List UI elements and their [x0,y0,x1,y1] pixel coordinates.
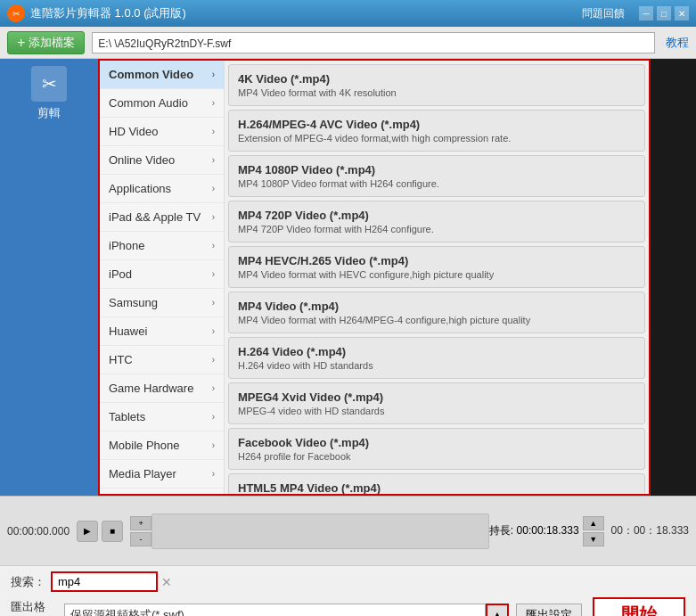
category-item-game-hardware[interactable]: Game Hardware› [100,374,224,403]
output-dropdown-button[interactable]: ▲ [486,604,509,617]
time-right-display: 00：00：18.333 [611,523,689,538]
output-format-label: 匯出格式： [11,599,64,617]
app-title: 進階影片剪輯器 1.0.0 (試用版) [30,5,582,21]
file-path-display: E:\ \A52IuQRyR2tnDY-F.swf [92,32,655,53]
format-item-5[interactable]: MP4 Video (*.mp4) MP4 Video format with … [228,292,645,333]
format-item-8[interactable]: Facebook Video (*.mp4) H264 profile for … [228,428,645,470]
left-panel: ✂ 剪輯 [0,59,98,496]
category-item-htc[interactable]: HTC› [100,346,224,374]
close-button[interactable]: ✕ [675,6,689,21]
category-item-media-player[interactable]: Media Player› [100,460,224,489]
time-steppers: ▲ ▼ [583,516,604,546]
right-preview [651,59,696,496]
title-bar: ✂ 進階影片剪輯器 1.0.0 (試用版) 問題回饋 ─ □ ✕ [0,0,696,27]
play-button[interactable]: ▶ [77,521,98,542]
feedback-link[interactable]: 問題回饋 [582,6,625,21]
add-remove-buttons: + - [130,516,151,546]
main-area: ✂ 剪輯 Common Video›Common Audio›HD Video›… [0,59,696,496]
add-file-button[interactable]: + 添加檔案 [7,31,85,54]
format-item-2[interactable]: MP4 1080P Video (*.mp4) MP4 1080P Video … [228,155,645,197]
scissors-icon: ✂ [31,66,67,102]
category-item-samsung[interactable]: Samsung› [100,289,224,317]
format-dropdown-panel: Common Video›Common Audio›HD Video›Onlin… [98,59,651,496]
search-input[interactable] [51,571,158,592]
format-item-9[interactable]: HTML5 MP4 Video (*.mp4) H.264 video prof… [228,473,645,494]
add-clip-button[interactable]: + [130,516,151,530]
category-item-user-defined[interactable]: User Defined› [100,489,224,494]
category-item-iphone[interactable]: iPhone› [100,232,224,260]
transport-buttons: ▶ ■ [77,521,123,542]
search-clear-icon[interactable]: ✕ [161,575,172,589]
toolbar: + 添加檔案 E:\ \A52IuQRyR2tnDY-F.swf 教程 [0,27,696,59]
category-item-tablets[interactable]: Tablets› [100,403,224,431]
format-item-1[interactable]: H.264/MPEG-4 AVC Video (*.mp4) Extension… [228,110,645,152]
category-item-online-video[interactable]: Online Video› [100,146,224,175]
category-item-ipad-apple-tv[interactable]: iPad && Apple TV› [100,203,224,232]
format-item-6[interactable]: H.264 Video (*.mp4) H.264 video with HD … [228,337,645,379]
duration-display: 持長: 00:00:18.333 ▲ ▼ [489,516,604,546]
stop-button[interactable]: ■ [102,521,123,542]
tutorial-link[interactable]: 教程 [666,35,689,51]
edit-label: 剪輯 [37,105,61,121]
format-item-0[interactable]: 4K Video (*.mp4) MP4 Video format with 4… [228,64,645,106]
output-settings-button[interactable]: 匯出設定 [516,604,582,617]
time-down-button[interactable]: ▼ [583,532,604,546]
time-up-button[interactable]: ▲ [583,516,604,530]
search-row: 搜索： ✕ [11,571,685,592]
remove-clip-button[interactable]: - [130,532,151,546]
bottom-controls: 搜索： ✕ 匯出格式： 保留源視頻格式(*.swf) ▲ 匯出設定 開始 匯出位… [0,565,696,616]
start-button[interactable]: 開始 [593,597,685,616]
search-label: 搜索： [11,574,45,590]
category-item-applications[interactable]: Applications› [100,175,224,203]
category-item-common-audio[interactable]: Common Audio› [100,89,224,118]
format-item-4[interactable]: MP4 HEVC/H.265 Video (*.mp4) MP4 Video f… [228,246,645,288]
duration-label: 持長: 00:00:18.333 [489,523,579,538]
category-item-hd-video[interactable]: HD Video› [100,118,224,146]
edit-button[interactable]: ✂ 剪輯 [31,66,67,121]
format-item-3[interactable]: MP4 720P Video (*.mp4) MP4 720P Video fo… [228,201,645,242]
format-list: 4K Video (*.mp4) MP4 Video format with 4… [225,61,649,494]
category-item-huawei[interactable]: Huawei› [100,317,224,346]
app-logo: ✂ [7,4,25,22]
category-item-mobile-phone[interactable]: Mobile Phone› [100,431,224,460]
timeline-area: 00:00:00.000 ▶ ■ + - 持長: 00:00:18.333 ▲ … [0,496,696,565]
timeline-track[interactable] [151,513,489,549]
minimize-button[interactable]: ─ [639,6,653,21]
output-format-display: 保留源視頻格式(*.swf) [64,604,486,617]
category-item-common-video[interactable]: Common Video› [100,61,224,89]
add-file-label: 添加檔案 [29,35,75,51]
category-list: Common Video›Common Audio›HD Video›Onlin… [100,61,225,494]
maximize-button[interactable]: □ [657,6,671,21]
format-item-7[interactable]: MPEG4 Xvid Video (*.mp4) MPEG-4 video wi… [228,382,645,424]
time-left-display: 00:00:00.000 [7,525,70,538]
output-format-row: 匯出格式： 保留源視頻格式(*.swf) ▲ 匯出設定 開始 [11,597,685,616]
category-item-ipod[interactable]: iPod› [100,260,224,289]
window-controls: ─ □ ✕ [639,6,689,21]
plus-icon: + [17,35,25,51]
